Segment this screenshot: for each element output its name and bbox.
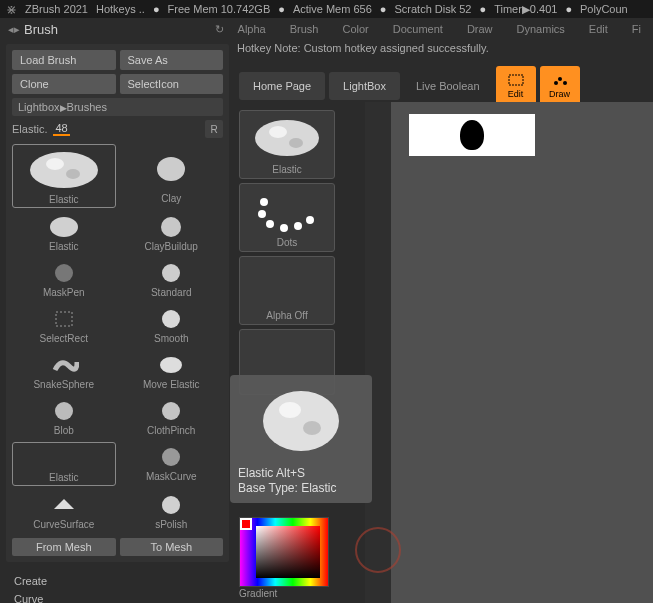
- slider-label: Elastic.: [12, 123, 47, 135]
- free-mem: Free Mem 10.742GB: [168, 3, 271, 15]
- reset-icon[interactable]: ↻: [215, 23, 224, 36]
- r-button[interactable]: R: [205, 120, 223, 138]
- draw-icon: [551, 73, 569, 87]
- toggle-arrow-icon[interactable]: ◂▸: [8, 23, 20, 36]
- draw-mode-button[interactable]: Draw: [540, 66, 580, 106]
- svg-point-23: [258, 210, 266, 218]
- svg-point-20: [269, 126, 287, 138]
- brush-blob[interactable]: Blob: [12, 396, 116, 438]
- svg-point-0: [30, 152, 98, 188]
- brush-panel: Load Brush Save As Clone SelectIcon Ligh…: [6, 44, 229, 562]
- lightbox-path[interactable]: Lightbox▶Brushes: [12, 98, 223, 116]
- canvas-column: [365, 102, 653, 603]
- edit-mode-button[interactable]: Edit: [496, 66, 536, 106]
- menu-bar: ◂▸ Brush ↻ Alpha Brush Color Document Dr…: [0, 18, 653, 40]
- svg-point-4: [50, 217, 78, 237]
- menu-edit[interactable]: Edit: [585, 23, 612, 35]
- tooltip-subtitle: Base Type: Elastic: [238, 481, 364, 495]
- alpha-preview[interactable]: Alpha Off: [239, 256, 335, 325]
- svg-rect-15: [509, 75, 523, 85]
- svg-point-26: [294, 222, 302, 230]
- brush-maskpen[interactable]: MaskPen: [12, 258, 116, 300]
- svg-point-14: [162, 496, 180, 514]
- brush-claybuildup[interactable]: ClayBuildup: [120, 212, 224, 254]
- document-thumbnail: [409, 114, 535, 156]
- menu-alpha[interactable]: Alpha: [234, 23, 270, 35]
- brush-elastic-2[interactable]: Elastic: [12, 212, 116, 254]
- svg-point-16: [554, 81, 558, 85]
- menu-brush[interactable]: Brush: [286, 23, 323, 35]
- gradient-label: Gradient: [239, 587, 365, 600]
- svg-point-25: [280, 224, 288, 232]
- load-brush-button[interactable]: Load Brush: [12, 50, 116, 70]
- svg-point-1: [46, 158, 64, 170]
- menu-color[interactable]: Color: [338, 23, 372, 35]
- home-page-tab[interactable]: Home Page: [239, 72, 325, 100]
- svg-point-19: [255, 120, 319, 156]
- svg-point-30: [303, 421, 321, 435]
- title-bar: ⋇ ZBrush 2021 Hotkeys .. ●Free Mem 10.74…: [0, 0, 653, 18]
- menu-document[interactable]: Document: [389, 23, 447, 35]
- svg-point-27: [306, 216, 314, 224]
- brush-smooth[interactable]: Smooth: [120, 304, 224, 346]
- to-mesh-button[interactable]: To Mesh: [120, 538, 224, 556]
- svg-point-10: [160, 357, 182, 373]
- lightbox-tab[interactable]: LightBox: [329, 72, 400, 100]
- clone-button[interactable]: Clone: [12, 74, 116, 94]
- svg-point-28: [263, 391, 339, 451]
- brush-spolish[interactable]: sPolish: [120, 490, 224, 532]
- app-logo-icon: ⋇: [6, 2, 17, 17]
- svg-point-13: [162, 448, 180, 466]
- top-menu: Alpha Brush Color Document Draw Dynamics…: [234, 23, 645, 35]
- property-list: Create Curve Depth Samples Elasticity Fi…: [0, 566, 235, 603]
- prop-create[interactable]: Create: [14, 572, 221, 590]
- live-boolean-toggle[interactable]: Live Boolean: [404, 80, 492, 92]
- brush-clay[interactable]: Clay: [120, 144, 224, 208]
- tooltip-title: Elastic Alt+S: [238, 465, 364, 481]
- tooltip-thumb-icon: [257, 383, 345, 459]
- svg-point-17: [558, 77, 562, 81]
- svg-point-7: [162, 264, 180, 282]
- menu-fi[interactable]: Fi: [628, 23, 645, 35]
- brush-standard[interactable]: Standard: [120, 258, 224, 300]
- color-picker[interactable]: [239, 517, 329, 587]
- edit-icon: [507, 73, 525, 87]
- brush-selectrect[interactable]: SelectRect: [12, 304, 116, 346]
- hotkeys-label: Hotkeys ..: [96, 3, 145, 15]
- svg-point-9: [162, 310, 180, 328]
- brush-moveelastic[interactable]: Move Elastic: [120, 350, 224, 392]
- select-icon-button[interactable]: SelectIcon: [120, 74, 224, 94]
- prop-curve[interactable]: Curve: [14, 590, 221, 603]
- brush-elastic[interactable]: Elastic: [12, 144, 116, 208]
- svg-point-21: [289, 138, 303, 148]
- svg-point-3: [157, 157, 185, 181]
- svg-point-18: [563, 81, 567, 85]
- svg-point-11: [55, 402, 73, 420]
- brush-snakesphere[interactable]: SnakeSphere: [12, 350, 116, 392]
- brush-maskcurve[interactable]: MaskCurve: [120, 442, 224, 486]
- svg-point-5: [161, 217, 181, 237]
- from-mesh-button[interactable]: From Mesh: [12, 538, 116, 556]
- sculpt-blob-icon: [460, 120, 484, 150]
- canvas[interactable]: [391, 102, 653, 603]
- svg-point-2: [66, 169, 80, 179]
- svg-point-24: [266, 220, 274, 228]
- brush-slider[interactable]: Elastic. 48 R: [12, 120, 223, 138]
- panel-title: Brush: [20, 22, 58, 37]
- svg-point-12: [162, 402, 180, 420]
- app-name: ZBrush 2021: [25, 3, 88, 15]
- timer: Timer▶0.401: [494, 3, 557, 16]
- menu-dynamics[interactable]: Dynamics: [513, 23, 569, 35]
- brush-preview[interactable]: Elastic: [239, 110, 335, 179]
- stroke-preview[interactable]: Dots: [239, 183, 335, 252]
- save-as-button[interactable]: Save As: [120, 50, 224, 70]
- menu-draw[interactable]: Draw: [463, 23, 497, 35]
- active-mem: Active Mem 656: [293, 3, 372, 15]
- brush-tooltip: Elastic Alt+S Base Type: Elastic: [230, 375, 372, 503]
- brush-curvesurface[interactable]: CurveSurface: [12, 490, 116, 532]
- color-selection-icon: [240, 518, 252, 530]
- svg-point-6: [55, 264, 73, 282]
- brush-clothpinch[interactable]: ClothPinch: [120, 396, 224, 438]
- brush-elastic-3[interactable]: Elastic: [12, 442, 116, 486]
- svg-point-29: [279, 402, 301, 418]
